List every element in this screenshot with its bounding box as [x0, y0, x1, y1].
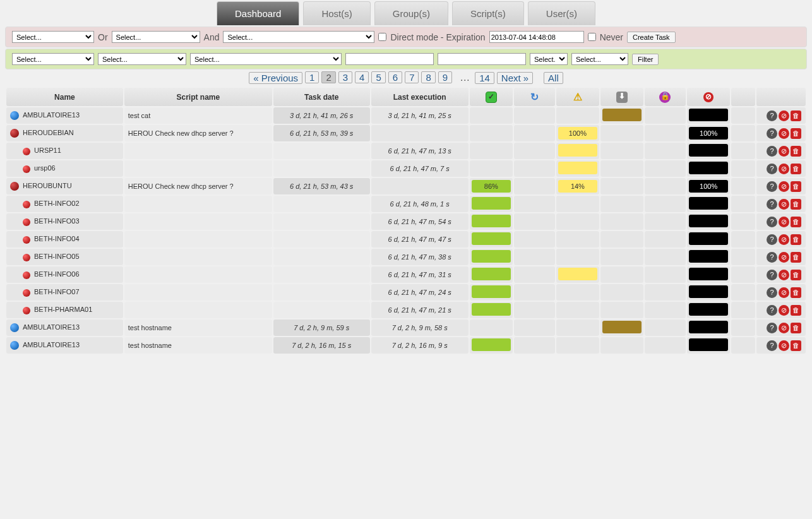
- expiration-input[interactable]: [489, 31, 584, 43]
- filter-select-4[interactable]: Select...: [530, 53, 568, 65]
- col-status-warn[interactable]: ⚠: [556, 88, 599, 106]
- name-cell[interactable]: BETH-INFO07: [6, 284, 123, 301]
- delete-button[interactable]: 🗑: [791, 252, 801, 263]
- page-1[interactable]: 1: [305, 71, 319, 83]
- page-3[interactable]: 3: [338, 71, 352, 83]
- col-status-down[interactable]: ⬇: [600, 88, 643, 106]
- cancel-button[interactable]: ⊘: [779, 270, 789, 280]
- help-button[interactable]: ?: [767, 128, 777, 139]
- create-select-3[interactable]: Select...: [223, 31, 374, 43]
- help-button[interactable]: ?: [767, 164, 777, 174]
- cancel-button[interactable]: ⊘: [779, 128, 789, 139]
- help-button[interactable]: ?: [767, 340, 777, 351]
- name-cell[interactable]: AMBULATOIRE13: [6, 319, 123, 336]
- delete-button[interactable]: 🗑: [791, 146, 801, 157]
- help-button[interactable]: ?: [767, 305, 777, 316]
- never-checkbox[interactable]: [588, 33, 596, 41]
- name-cell[interactable]: AMBULATOIRE13: [6, 337, 123, 354]
- tab-scripts[interactable]: Script(s): [452, 1, 524, 25]
- col-last[interactable]: Last execution: [371, 88, 469, 106]
- page-2[interactable]: 2: [321, 71, 335, 83]
- page-6[interactable]: 6: [388, 71, 402, 83]
- cancel-button[interactable]: ⊘: [779, 164, 789, 174]
- tab-hosts[interactable]: Host(s): [303, 1, 370, 25]
- delete-button[interactable]: 🗑: [791, 305, 801, 316]
- cancel-button[interactable]: ⊘: [779, 110, 789, 121]
- help-button[interactable]: ?: [767, 181, 777, 192]
- filter-select-5[interactable]: Select...: [571, 53, 628, 65]
- filter-select-3[interactable]: Select...: [190, 53, 342, 65]
- cancel-button[interactable]: ⊘: [779, 287, 789, 298]
- delete-button[interactable]: 🗑: [791, 110, 801, 121]
- page-next[interactable]: Next »: [497, 72, 533, 84]
- col-status-retry[interactable]: ↻: [514, 88, 555, 106]
- cancel-button[interactable]: ⊘: [779, 305, 789, 316]
- help-button[interactable]: ?: [767, 234, 777, 245]
- help-button[interactable]: ?: [767, 146, 777, 157]
- cancel-button[interactable]: ⊘: [779, 252, 789, 263]
- name-cell[interactable]: BETH-INFO04: [6, 231, 123, 248]
- page-4[interactable]: 4: [355, 71, 369, 83]
- tab-groups[interactable]: Group(s): [374, 1, 448, 25]
- cancel-button[interactable]: ⊘: [779, 234, 789, 245]
- col-status-ok[interactable]: ✓: [470, 88, 513, 106]
- page-prev[interactable]: « Previous: [249, 72, 302, 84]
- create-task-button[interactable]: Create Task: [627, 32, 676, 43]
- name-cell[interactable]: BETH-INFO03: [6, 213, 123, 230]
- name-cell[interactable]: URSP11: [6, 143, 123, 159]
- filter-text-2[interactable]: [438, 53, 526, 65]
- page-9[interactable]: 9: [438, 71, 452, 83]
- name-cell[interactable]: HEROUDEBIAN: [6, 125, 123, 141]
- page-7[interactable]: 7: [405, 71, 419, 83]
- delete-button[interactable]: 🗑: [791, 234, 801, 245]
- help-button[interactable]: ?: [767, 199, 777, 210]
- cancel-button[interactable]: ⊘: [779, 181, 789, 192]
- delete-button[interactable]: 🗑: [791, 128, 801, 139]
- cancel-button[interactable]: ⊘: [779, 323, 789, 333]
- cancel-button[interactable]: ⊘: [779, 340, 789, 351]
- col-name[interactable]: Name: [6, 88, 123, 106]
- filter-select-1[interactable]: Select...: [12, 53, 94, 65]
- delete-button[interactable]: 🗑: [791, 323, 801, 333]
- page-8[interactable]: 8: [421, 71, 435, 83]
- name-cell[interactable]: BETH-INFO06: [6, 266, 123, 283]
- cancel-button[interactable]: ⊘: [779, 217, 789, 227]
- delete-button[interactable]: 🗑: [791, 270, 801, 280]
- name-cell[interactable]: BETH-INFO05: [6, 249, 123, 265]
- help-button[interactable]: ?: [767, 110, 777, 121]
- create-select-1[interactable]: Select...: [12, 31, 94, 43]
- cancel-button[interactable]: ⊘: [779, 199, 789, 210]
- name-cell[interactable]: HEROUBUNTU: [6, 178, 123, 194]
- filter-select-2[interactable]: Select...: [98, 53, 186, 65]
- name-cell[interactable]: BETH-INFO02: [6, 196, 123, 212]
- delete-button[interactable]: 🗑: [791, 340, 801, 351]
- direct-mode-checkbox[interactable]: [378, 33, 386, 41]
- delete-button[interactable]: 🗑: [791, 199, 801, 210]
- name-cell[interactable]: ursp06: [6, 160, 123, 177]
- col-status-lock[interactable]: 🔒: [645, 88, 686, 106]
- delete-button[interactable]: 🗑: [791, 164, 801, 174]
- page-last[interactable]: 14: [475, 72, 494, 84]
- cancel-button[interactable]: ⊘: [779, 146, 789, 157]
- help-button[interactable]: ?: [767, 323, 777, 333]
- help-button[interactable]: ?: [767, 217, 777, 227]
- status-block: [687, 213, 730, 230]
- name-cell[interactable]: AMBULATOIRE13: [6, 107, 123, 124]
- delete-button[interactable]: 🗑: [791, 217, 801, 227]
- delete-button[interactable]: 🗑: [791, 181, 801, 192]
- help-button[interactable]: ?: [767, 270, 777, 280]
- tab-users[interactable]: User(s): [528, 1, 595, 25]
- filter-button[interactable]: Filter: [632, 54, 659, 65]
- delete-button[interactable]: 🗑: [791, 287, 801, 298]
- create-select-2[interactable]: Select...: [112, 31, 200, 43]
- filter-text-1[interactable]: [345, 53, 434, 65]
- page-5[interactable]: 5: [371, 71, 385, 83]
- help-button[interactable]: ?: [767, 287, 777, 298]
- col-task[interactable]: Task date: [273, 88, 370, 106]
- tab-dashboard[interactable]: Dashboard: [217, 1, 299, 25]
- page-all[interactable]: All: [544, 72, 563, 84]
- name-cell[interactable]: BETH-PHARMA01: [6, 302, 123, 318]
- col-status-block[interactable]: ⊘: [687, 88, 730, 106]
- help-button[interactable]: ?: [767, 252, 777, 263]
- col-script[interactable]: Script name: [124, 88, 272, 106]
